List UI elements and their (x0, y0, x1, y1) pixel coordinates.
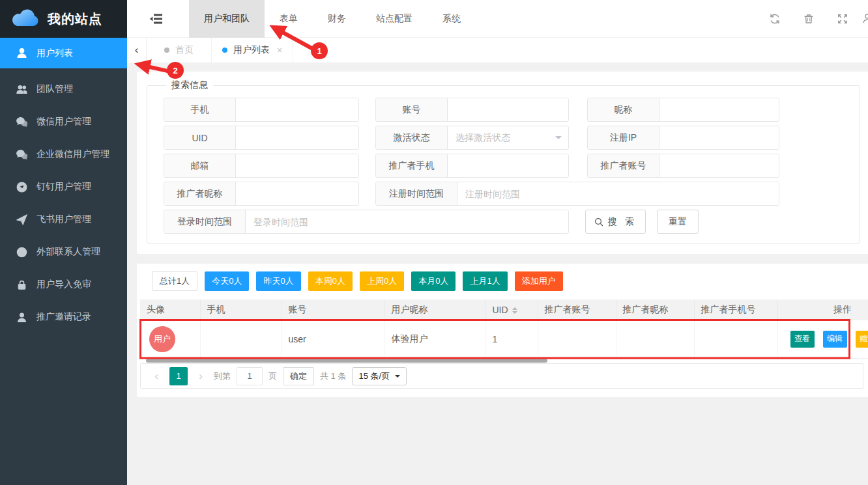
col-avatar: 头像 (140, 299, 200, 320)
promoter-account-input[interactable] (659, 154, 779, 177)
horizontal-scrollbar[interactable] (146, 359, 547, 363)
main-content: 搜索信息 手机 账号 昵称 (127, 62, 868, 485)
sidebar-item-external-contacts[interactable]: 外部联系人管理 (0, 236, 127, 268)
last-week-count-button[interactable]: 上周0人 (360, 271, 404, 291)
wechat-icon (16, 116, 27, 128)
search-card: 搜索信息 手机 账号 昵称 (137, 72, 868, 254)
prev-page-icon[interactable]: ‹ (149, 370, 164, 383)
person-outline-icon (16, 311, 27, 323)
confirm-page-button[interactable]: 确定 (283, 367, 314, 385)
phone-field-group: 手机 (164, 98, 359, 122)
this-month-count-button[interactable]: 本月0人 (411, 271, 456, 291)
sidebar-item-label: 微信用户管理 (36, 116, 91, 128)
cell-promoter-nickname (616, 320, 694, 358)
cell-promoter-phone (694, 320, 777, 358)
sidebar-item-label: 用户导入免审 (36, 279, 91, 290)
promoter-phone-input[interactable] (448, 154, 568, 177)
email-input[interactable] (236, 154, 358, 177)
sidebar-item-feishu-users[interactable]: 飞书用户管理 (0, 203, 127, 236)
reset-button[interactable]: 重置 (657, 210, 699, 234)
stats-button-row: 总计1人 今天0人 昨天0人 本周0人 上周0人 本月0人 上月1人 添加用户 (152, 271, 563, 291)
nav-tab-site-config[interactable]: 站点配置 (361, 0, 427, 38)
edit-button[interactable]: 编辑 (823, 331, 847, 348)
nav-tab-system[interactable]: 系统 (427, 0, 476, 38)
refresh-icon[interactable] (769, 13, 781, 25)
cell-nickname: 体验用户 (384, 320, 485, 358)
tabs-scroll-left-icon[interactable]: ‹ (127, 38, 147, 62)
search-icon (594, 217, 603, 227)
login-time-field-group: 登录时间范围 (164, 210, 569, 234)
page-tab-home[interactable]: 首页 (147, 38, 212, 62)
phone-input[interactable] (236, 98, 358, 121)
sidebar-item-label: 飞书用户管理 (36, 214, 91, 225)
last-month-count-button[interactable]: 上月1人 (463, 271, 507, 291)
wechat-work-icon (16, 148, 27, 160)
next-page-icon[interactable]: › (194, 370, 208, 383)
sort-icon[interactable] (512, 307, 517, 314)
cell-phone (200, 320, 282, 358)
this-week-count-button[interactable]: 本周0人 (308, 271, 353, 291)
cell-uid: 1 (485, 320, 538, 358)
sidebar-item-user-list[interactable]: 用户列表 (0, 38, 127, 68)
nickname-input[interactable] (659, 98, 779, 121)
sidebar-item-wecom-users[interactable]: 企业微信用户管理 (0, 138, 127, 171)
user-table-card: 总计1人 今天0人 昨天0人 本周0人 上周0人 本月0人 上月1人 添加用户 (137, 264, 868, 397)
page-size-select[interactable]: 15 条/页 (352, 367, 407, 385)
page-unit-label: 页 (268, 370, 277, 382)
paper-plane-icon (16, 214, 27, 225)
yesterday-count-button[interactable]: 昨天0人 (256, 271, 300, 291)
page-tab-user-list[interactable]: 用户列表 × (212, 38, 293, 62)
today-count-button[interactable]: 今天0人 (205, 271, 249, 291)
sidebar-item-team-manage[interactable]: 团队管理 (0, 73, 127, 105)
view-button[interactable]: 查看 (790, 331, 815, 348)
table-header-row: 头像 手机 账号 用户昵称 UID 推广者账号 推广者昵称 推广者手机号 操作 (140, 299, 868, 320)
cloud-logo-icon (10, 7, 40, 31)
sidebar-item-invite-records[interactable]: 推广邀请记录 (0, 301, 127, 333)
activation-select-group: 激活状态 选择激活状态 (375, 126, 569, 150)
nav-tab-forms[interactable]: 表单 (265, 0, 313, 38)
fullscreen-icon[interactable] (837, 13, 848, 25)
col-promoter-account: 推广者账号 (538, 299, 616, 320)
uid-input[interactable] (236, 126, 358, 149)
promoter-phone-field-group: 推广者手机 (375, 154, 569, 178)
sidebar-item-label: 用户列表 (36, 48, 73, 59)
sidebar-item-user-import[interactable]: 用户导入免审 (0, 268, 127, 301)
trash-icon[interactable] (803, 13, 815, 25)
promoter-account-field-group: 推广者账号 (587, 154, 779, 178)
col-account: 账号 (282, 299, 384, 320)
sidebar-item-dingtalk-users[interactable]: 钉钉用户管理 (0, 171, 127, 203)
top-header: 用户和团队 表单 财务 站点配置 系统 (127, 0, 868, 38)
regip-field-group: 注册IP (587, 126, 779, 150)
col-actions: 操作 (777, 299, 868, 320)
account-input[interactable] (448, 98, 568, 121)
pagination-bar: ‹ 1 › 到第 页 确定 共 1 条 15 条/页 (140, 363, 863, 389)
col-promoter-nickname: 推广者昵称 (616, 299, 694, 320)
collapse-menu-icon[interactable] (148, 11, 165, 27)
sidebar-item-wechat-users[interactable]: 微信用户管理 (0, 105, 127, 138)
promoter-nickname-field-group: 推广者昵称 (164, 182, 359, 206)
total-count-button[interactable]: 总计1人 (152, 271, 197, 291)
row-actions: 查看 编辑 赠送 (785, 331, 867, 348)
sidebar-item-label: 钉钉用户管理 (36, 181, 91, 193)
login-time-range-input[interactable] (246, 210, 568, 233)
tab-dot-icon (164, 48, 169, 53)
page-number-button[interactable]: 1 (169, 367, 188, 385)
search-button[interactable]: 搜 索 (585, 210, 646, 234)
gift-button[interactable]: 赠送 (856, 331, 868, 348)
nav-tab-users-teams[interactable]: 用户和团队 (189, 0, 265, 38)
activation-select[interactable]: 选择激活状态 (448, 126, 549, 149)
users-group-icon (16, 83, 27, 95)
sidebar: 我的站点 用户列表 团队管理 微信用户管理 企业微信用户管理 (0, 0, 127, 485)
col-uid: UID (485, 299, 538, 320)
goto-page-input[interactable] (237, 367, 263, 385)
nav-tab-finance[interactable]: 财务 (313, 0, 361, 38)
admin-page: 我的站点 用户列表 团队管理 微信用户管理 企业微信用户管理 (0, 0, 868, 485)
clipped-edge-icon[interactable] (861, 13, 868, 25)
reg-time-range-input[interactable] (457, 182, 779, 205)
account-field-group: 账号 (375, 98, 569, 122)
tab-close-icon[interactable]: × (277, 45, 282, 55)
col-phone: 手机 (200, 299, 282, 320)
promoter-nickname-input[interactable] (236, 182, 358, 205)
reg-ip-input[interactable] (659, 126, 779, 149)
add-user-button[interactable]: 添加用户 (515, 271, 563, 291)
